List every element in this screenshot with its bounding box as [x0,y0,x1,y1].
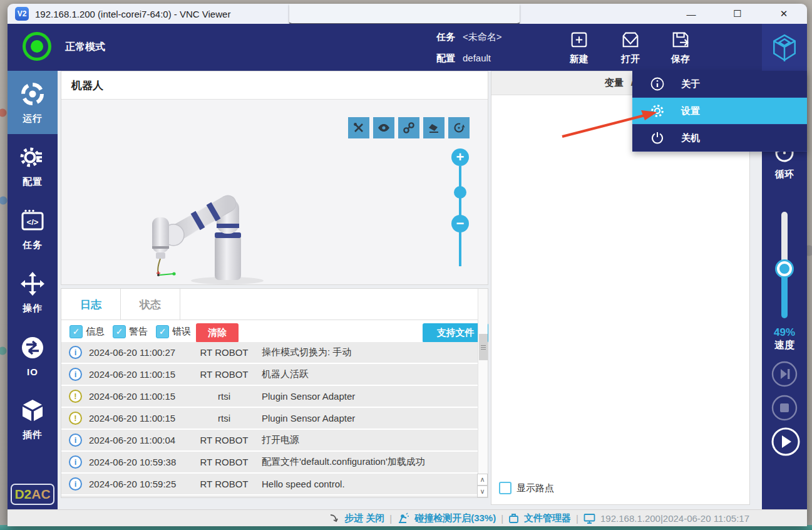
zoom-out-button[interactable]: − [451,215,469,232]
info-icon: i [69,434,82,447]
zoom-in-button[interactable]: + [451,148,469,166]
scrollbar-handle[interactable] [479,334,488,360]
log-row[interactable]: i ! 2024-06-20 10:59:25 RT ROBOT Load co… [61,496,488,497]
sidebar-item-io[interactable]: IO [8,324,58,387]
file-manager-link[interactable]: 文件管理器 [524,512,571,524]
link-icon[interactable] [398,117,419,138]
close-button[interactable]: ✕ [769,4,798,23]
tools-icon[interactable] [348,117,369,138]
filter-checkbox[interactable]: ✓ [113,325,126,338]
log-time: 2024-06-20 10:59:25 [89,479,176,489]
robot-status-indicator[interactable] [23,32,51,61]
step-forward-button[interactable] [771,360,798,388]
vnc-logo-icon: V2 [15,7,29,21]
app-header: 正常模式 任务 <未命名> 配置 default 新建 打开 [8,24,807,71]
speed-slider-thumb[interactable] [777,261,792,276]
log-row[interactable]: i ! 2024-06-20 11:00:15 rtsi Plugin Sens… [61,386,488,407]
speed-percent: 49% [762,326,807,339]
new-task-button[interactable]: 新建 [557,28,601,68]
status-bar: 步进 关闭 | 碰撞检测开启(33%) | 文件管理器 | 192.168.1.… [8,509,807,526]
log-time: 2024-06-20 11:00:15 [89,369,175,380]
robot-panel: 机器人 [61,71,488,285]
mode-label: 正常模式 [65,24,105,71]
sidebar-item-config[interactable]: 配置 [8,134,58,197]
menu-item-settings[interactable]: 设置 [632,98,807,125]
zoom-slider-thumb[interactable] [454,186,466,199]
open-button[interactable]: 打开 [609,28,652,68]
task-label: 任务 [436,31,455,43]
log-filter: ✓ 错误 [156,325,191,338]
tab-log[interactable]: 日志 [61,289,121,320]
menu-item-shutdown[interactable]: 关机 [632,125,807,152]
scroll-down-button[interactable]: ∨ [477,486,488,497]
minimize-button[interactable]: — [677,4,706,23]
view-toolbar [348,117,470,138]
warning-icon: ! [69,412,82,425]
config-row: 配置 default [436,53,491,65]
task-value: <未命名> [463,31,502,43]
maximize-button[interactable]: ☐ [723,4,752,23]
task-icon: </> [19,207,46,234]
plugin-icon [19,397,46,423]
eye-icon[interactable] [373,117,394,138]
eraser-icon[interactable] [423,117,445,138]
zoom-control: + − [451,148,470,293]
tab-status[interactable]: 状态 [121,289,180,320]
info-icon: i [69,346,82,359]
filter-label: 错误 [172,326,191,338]
log-row[interactable]: i ! 2024-06-20 10:59:25 RT ROBOT Hello s… [61,474,488,494]
info-icon: i [69,368,82,381]
window-title: 192.168.1.200 (intel-corei7-64:0) - VNC … [35,9,230,19]
info-icon: i [69,477,82,491]
log-row[interactable]: i ! 2024-06-20 11:00:27 RT ROBOT 操作模式切换为… [61,342,488,363]
log-source: RT ROBOT [193,435,255,445]
sidebar-item-plugin[interactable]: 插件 [8,387,58,450]
show-waypoints-row: 显示路点 [499,482,554,494]
config-value: default [463,53,491,65]
log-scrollbar[interactable] [478,289,488,497]
log-filter: ✓ 警告 [113,325,148,338]
clear-log-button[interactable]: 清除 [196,323,239,343]
play-button[interactable] [771,427,798,454]
show-waypoints-checkbox[interactable] [499,482,511,494]
sidebar-item-run[interactable]: 运行 [8,71,58,134]
config-icon [19,144,46,170]
save-icon [670,29,691,50]
vnc-viewer-window: V2 192.168.1.200 (intel-corei7-64:0) - V… [8,4,807,526]
d2ac-badge[interactable]: D2AC [11,484,54,505]
robot-3d-view[interactable]: + − [61,100,488,284]
info-icon: i [69,455,82,469]
new-task-icon [568,29,590,50]
log-filter: ✓ 信息 [69,325,105,338]
save-button[interactable]: 保存 [659,28,702,68]
filter-label: 信息 [86,326,105,338]
log-row[interactable]: i ! 2024-06-20 10:59:38 RT ROBOT 配置文件'de… [61,452,488,472]
step-status[interactable]: 步进 关闭 [344,512,384,524]
stop-button[interactable] [771,394,798,422]
run-icon [19,81,46,107]
filter-checkbox[interactable]: ✓ [69,325,83,338]
log-row[interactable]: i ! 2024-06-20 11:00:15 rtsi Plugin Sens… [61,408,488,429]
collision-status[interactable]: 碰撞检测开启(33%) [414,512,496,524]
filter-checkbox[interactable]: ✓ [156,325,169,338]
log-source: RT ROBOT [193,347,255,358]
log-time: 2024-06-20 11:00:04 [89,435,175,445]
move-icon [19,271,46,297]
connection-info: 192.168.1.200|2024-06-20 11:05:17 [600,513,749,524]
sidebar-item-task[interactable]: </> 任务 [8,197,58,261]
robot-arm-image [133,186,265,286]
log-list: i ! 2024-06-20 11:00:27 RT ROBOT 操作模式切换为… [61,342,488,497]
brand-cube-icon [770,33,799,63]
brand-menu-button[interactable] [762,24,807,71]
sidebar-item-operate[interactable]: 操作 [8,261,58,324]
scroll-up-button[interactable]: ∧ [477,474,488,486]
vnc-collapsed-toolbar[interactable] [289,4,520,26]
menu-item-about[interactable]: 关于 [632,71,807,98]
svg-text:</>: </> [27,217,39,226]
log-row[interactable]: i ! 2024-06-20 11:00:15 RT ROBOT 机器人活跃 [61,364,488,385]
log-tabs: 日志 状态 [61,289,488,320]
rotate-icon[interactable] [448,117,470,138]
log-row[interactable]: i ! 2024-06-20 11:00:04 RT ROBOT 打开电源 [61,430,488,450]
show-waypoints-label: 显示路点 [516,482,554,494]
speed-slider [762,212,807,318]
